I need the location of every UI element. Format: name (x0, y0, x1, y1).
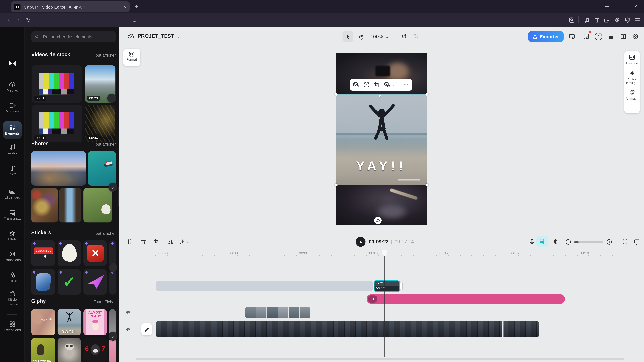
search-bar[interactable] (31, 31, 116, 42)
sidebar-item-audio[interactable]: Audio (0, 144, 25, 155)
format-button[interactable]: Format (123, 49, 140, 66)
select-tool-button[interactable] (342, 31, 353, 42)
show-all-photos-link[interactable]: Tout afficher (94, 142, 116, 146)
photo-thumb-dog[interactable] (83, 188, 112, 223)
video-track-clip-2[interactable] (504, 322, 539, 337)
reload-button[interactable]: ↻ (24, 15, 33, 25)
sidebar-item-transitions[interactable]: Transitions (0, 250, 25, 262)
fit-frame-icon[interactable] (364, 82, 370, 88)
zoom-out-timeline-icon[interactable] (564, 237, 572, 246)
redo-button[interactable]: ↻ (412, 31, 422, 42)
resize-handle-nw[interactable] (335, 93, 338, 95)
search-input[interactable] (42, 34, 112, 39)
text-track-clip[interactable] (156, 281, 373, 292)
giphy-thumb-gorilla[interactable]: 6 7 (83, 338, 107, 362)
tab-close-icon[interactable]: ✕ (123, 4, 126, 9)
clip-trim-handle[interactable] (400, 282, 402, 290)
picture-in-picture-icon[interactable]: ⌄ (384, 82, 394, 88)
sidebar-item-filtres[interactable]: Filtres (0, 271, 25, 283)
bookmark-icon[interactable] (131, 16, 138, 24)
sticker-thumb-partial[interactable] (109, 241, 116, 266)
preview-display-icon[interactable] (632, 237, 641, 246)
sidebar-item-effets[interactable]: Effets (0, 230, 25, 242)
stickers-next-icon[interactable]: › (108, 263, 118, 272)
stock-video-thumb-colorbars-1[interactable]: 00:01 (32, 65, 82, 103)
mute-track-icon[interactable] (124, 309, 131, 315)
show-all-stickers-link[interactable]: Tout afficher (94, 231, 116, 236)
show-all-giphy-link[interactable]: Tout afficher (94, 300, 116, 304)
video-track-clip-1[interactable] (156, 322, 502, 337)
split-clip-button[interactable] (125, 237, 134, 246)
menu-icon[interactable] (634, 16, 641, 24)
sticker-thumb-subscribe[interactable]: SUBSCRIBE (31, 241, 55, 266)
resize-handle-sw[interactable] (335, 184, 338, 186)
timeline-zoom-slider[interactable] (574, 241, 603, 243)
stock-video-thumb-dark[interactable]: 00:04 (85, 105, 116, 142)
sidebar-toggle-icon[interactable] (593, 16, 600, 24)
giphy-thumb-partial[interactable] (109, 309, 116, 335)
help-icon[interactable]: ? (594, 32, 603, 41)
rotate-handle[interactable] (374, 217, 382, 224)
resize-handle-se[interactable] (426, 184, 428, 186)
sidebar-item-texte[interactable]: Texte (0, 165, 25, 176)
crop-icon[interactable] (374, 82, 380, 88)
project-title-group[interactable]: PROJET_TEST ⌄ (127, 33, 181, 39)
settings-gear-icon[interactable] (631, 32, 640, 41)
videos-next-icon[interactable]: › (107, 93, 116, 103)
layout-panels-icon[interactable] (618, 32, 628, 41)
selection-box[interactable]: ▾ (336, 94, 427, 185)
drag-arrow-icon[interactable]: ▾ (379, 94, 380, 98)
mute-track-icon[interactable] (124, 326, 131, 332)
sidebar-item-elements[interactable]: Éléments (0, 124, 25, 136)
sticker-thumb-red-x[interactable]: ✕ (83, 241, 107, 266)
trim-tool-icon[interactable] (551, 237, 560, 246)
mirror-button[interactable] (166, 237, 175, 246)
wallet-icon[interactable] (603, 16, 610, 24)
auto-captions-button[interactable] (536, 236, 548, 247)
zoom-level-dropdown[interactable]: 100% ⌄ (370, 31, 388, 42)
resize-handle-ne[interactable] (426, 93, 428, 95)
audio-track-clip[interactable] (367, 294, 565, 304)
more-options-icon[interactable]: ⋯ (403, 82, 409, 88)
undo-button[interactable]: ↺ (399, 31, 409, 42)
render-queue-icon[interactable] (606, 32, 615, 41)
forward-button[interactable]: › (14, 15, 23, 25)
sticker-thumb-leaf[interactable] (31, 269, 55, 295)
photo-thumb-tacos[interactable] (31, 188, 58, 223)
timeline-scrollbar[interactable] (136, 358, 624, 361)
giphy-thumb-raccoon[interactable] (58, 338, 81, 362)
giphy-next-icon[interactable]: › (108, 332, 118, 341)
sidebar-search-icon[interactable] (568, 16, 576, 24)
playhead-line[interactable] (384, 250, 385, 357)
device-check-icon[interactable] (582, 32, 591, 41)
sticker-thumb-paper-plane[interactable] (83, 269, 107, 295)
photo-thumb-street[interactable] (59, 188, 81, 223)
delete-button[interactable] (139, 237, 148, 246)
sidebar-item-extensions[interactable]: Extensions (0, 321, 25, 332)
giphy-thumb-almost-ready[interactable]: ALMOST READY (83, 309, 107, 335)
giphy-thumb-partial[interactable] (109, 338, 116, 362)
fit-timeline-icon[interactable] (620, 237, 630, 246)
photo-thumb-sea-boat[interactable] (88, 151, 116, 186)
photos-next-icon[interactable]: › (108, 183, 118, 192)
crop-button[interactable] (152, 237, 162, 246)
zoom-in-timeline-icon[interactable] (604, 237, 614, 246)
inspector-item-basique[interactable]: Basique (624, 51, 640, 65)
replace-image-icon[interactable] (353, 82, 360, 88)
stock-video-thumb-colorbars-2[interactable]: 00:01 (32, 105, 82, 142)
photo-thumb-city[interactable] (31, 151, 86, 186)
selected-text-clip[interactable]: Y A Y Yes YAY!YAY! (374, 280, 400, 292)
hand-tool-button[interactable] (356, 31, 366, 42)
sticker-track-clip[interactable] (245, 307, 310, 318)
giphy-thumb-still-waiting[interactable]: STILL WAITING... (31, 338, 55, 362)
inspector-item-animations[interactable]: Animat... (624, 85, 640, 100)
screen-mirror-icon[interactable] (567, 32, 576, 41)
browser-tab[interactable]: CapCut | Video Editor | All-In-On ✕ (11, 1, 130, 12)
sidebar-item-modeles[interactable]: Modèles (0, 102, 25, 113)
window-minimize-button[interactable]: — (601, 2, 613, 11)
leo-ai-icon[interactable] (613, 16, 620, 24)
sidebar-item-medias[interactable]: Médias (0, 81, 25, 92)
music-icon[interactable] (583, 16, 591, 24)
new-tab-button[interactable]: + (135, 3, 138, 10)
sidebar-item-legendes[interactable]: Légendes (0, 188, 25, 200)
